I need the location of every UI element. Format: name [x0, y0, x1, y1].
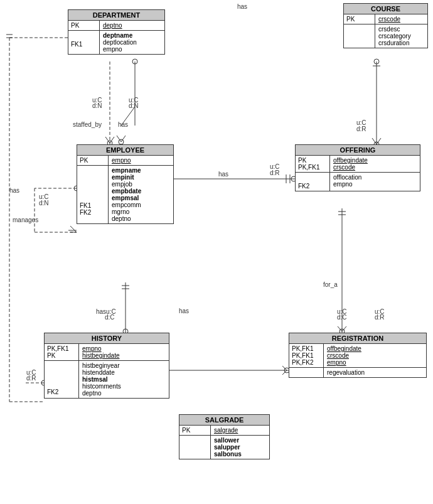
label-has-hist: has	[179, 308, 189, 314]
svg-line-48	[338, 326, 342, 331]
course-pk-crscode: crscode	[378, 16, 424, 23]
offering-pk-fk1-label: PK,FK1	[298, 164, 327, 171]
svg-line-10	[121, 136, 126, 142]
entity-employee: EMPLOYEE PK empno FK1 FK2 empname empini…	[77, 144, 174, 224]
salgrade-attr-sallower: sallower	[214, 437, 242, 444]
history-attr-histenddate: histenddate	[82, 369, 121, 376]
label-has-emp-off: has	[218, 171, 228, 178]
svg-line-43	[282, 370, 287, 375]
label-dn-dept-has: d:N	[129, 102, 139, 109]
employee-pk-empno: empno	[112, 157, 170, 164]
label-has-dept-emp: has	[118, 121, 128, 128]
label-dc: d:C	[105, 314, 115, 321]
svg-line-31	[372, 138, 377, 144]
history-attr-histmsal: histmsal	[82, 376, 121, 383]
offering-attr-empno: empno	[333, 181, 361, 188]
entity-department: DEPARTMENT PK deptno FK1 deptname deptlo…	[68, 9, 165, 55]
label-dn-dept-staffed: d:N	[92, 102, 102, 109]
department-attr-deptname: deptname	[103, 32, 137, 39]
department-attr-empno: empno	[103, 46, 137, 53]
history-attr-histcomments: histcomments	[82, 383, 121, 390]
registration-pk-fk2-label: PK,FK2	[292, 359, 321, 366]
course-attr-crscategory: crscategory	[378, 33, 411, 40]
employee-attr-empmsal: empmsal	[112, 195, 141, 201]
svg-point-7	[132, 59, 137, 64]
department-attr-deptlocation: deptlocation	[103, 39, 137, 46]
employee-attr-empname: empname	[112, 167, 141, 174]
registration-attr-regevaluation: regevaluation	[327, 369, 365, 376]
svg-line-20	[70, 226, 77, 232]
label-dn-manages: d:N	[39, 200, 49, 206]
label-manages: manages	[13, 217, 38, 223]
course-pk-label: PK	[346, 16, 372, 23]
history-attr-histbeginyear: histbeginyear	[82, 362, 121, 369]
history-title: HISTORY	[45, 333, 169, 344]
svg-line-42	[282, 366, 287, 370]
registration-pk-empno: empno	[327, 359, 423, 366]
registration-pk-fk1a-label: PK,FK1	[292, 345, 321, 352]
registration-pk-offbegindate: offbegindate	[327, 345, 423, 352]
label-staffed-by: staffed_by	[73, 121, 102, 128]
employee-fk1-label: FK1	[80, 202, 105, 209]
label-dr-emp-off: d:R	[270, 169, 280, 176]
history-pk-histbegindate: histbegindate	[82, 352, 166, 359]
course-attr-crsdesc: crsdesc	[378, 26, 411, 33]
employee-attr-deptno: deptno	[112, 215, 141, 222]
employee-attr-mgrno: mgrno	[112, 208, 141, 215]
history-pk2-label: PK	[47, 352, 76, 359]
employee-attr-empbdate: empbdate	[112, 188, 141, 195]
course-attr-crsduration: crsduration	[378, 40, 411, 46]
salgrade-attr-salupper: salupper	[214, 444, 242, 451]
offering-pk-crscode: crscode	[333, 164, 417, 171]
registration-pk-crscode: crscode	[327, 352, 423, 359]
label-has-left: has	[9, 187, 19, 194]
svg-line-3	[110, 137, 114, 143]
salgrade-attr-salbonus: salbonus	[214, 451, 242, 458]
registration-title: REGISTRATION	[289, 333, 426, 344]
salgrade-title: SALGRADE	[179, 415, 269, 426]
department-fk1-label: FK1	[71, 41, 97, 48]
history-pk-empno: empno	[82, 345, 166, 352]
entity-salgrade: SALGRADE PK salgrade sallower salupper s…	[179, 414, 270, 459]
offering-attr-offlocation: offlocation	[333, 174, 361, 181]
offering-fk2-label: FK2	[298, 183, 327, 190]
salgrade-pk-salgrade: salgrade	[214, 427, 266, 434]
department-pk-label: PK	[71, 22, 97, 29]
svg-point-29	[374, 59, 379, 64]
offering-pk-offbegindate: offbegindate	[333, 157, 417, 164]
er-diagram: DEPARTMENT PK deptno FK1 deptname deptlo…	[0, 0, 433, 504]
history-attr-deptno: deptno	[82, 390, 121, 397]
employee-pk-label: PK	[80, 157, 105, 164]
entity-registration: REGISTRATION PK,FK1 PK,FK1 PK,FK2 offbeg…	[289, 333, 427, 378]
department-title: DEPARTMENT	[68, 10, 164, 21]
entity-history: HISTORY PK,FK1 PK empno histbegindate FK…	[44, 333, 169, 399]
employee-attr-empinit: empinit	[112, 174, 141, 181]
label-fora: for_a	[323, 281, 338, 288]
svg-point-8	[119, 139, 124, 144]
history-pk-fk1-label: PK,FK1	[47, 345, 76, 352]
registration-pk-fk1b-label: PK,FK1	[292, 352, 321, 359]
history-fk2-label: FK2	[47, 389, 76, 395]
svg-line-32	[377, 138, 381, 144]
svg-line-49	[342, 326, 346, 331]
employee-fk2-label: FK2	[80, 209, 105, 216]
svg-line-2	[105, 137, 110, 143]
offering-title: OFFERING	[296, 145, 420, 156]
employee-title: EMPLOYEE	[77, 145, 173, 156]
department-pk-deptno: deptno	[103, 22, 161, 29]
label-dc-off-reg: d:C	[337, 314, 347, 321]
label-dr-reg: d:R	[375, 314, 385, 321]
label-has-course-off: has	[237, 3, 247, 10]
label-dr-course: d:R	[356, 126, 366, 132]
label-dr-hist-dept: d:R	[26, 375, 36, 382]
course-title: COURSE	[344, 4, 427, 14]
offering-pk-label: PK	[298, 157, 327, 164]
entity-course: COURSE PK crscode crsdesc crscategory cr…	[343, 3, 428, 48]
svg-line-9	[117, 136, 121, 142]
salgrade-pk-label: PK	[182, 427, 208, 434]
entity-offering: OFFERING PK PK,FK1 offbegindate crscode …	[295, 144, 420, 191]
employee-attr-empcomm: empcomm	[112, 201, 141, 208]
employee-attr-empjob: empjob	[112, 181, 141, 188]
